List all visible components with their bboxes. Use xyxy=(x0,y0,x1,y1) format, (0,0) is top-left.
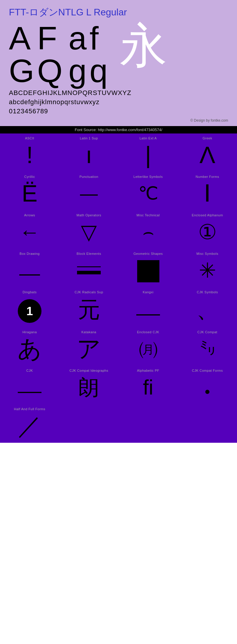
label-ascii: ASCII xyxy=(25,136,34,140)
latin-small-chars: a f g q xyxy=(68,22,108,87)
label-blockelements: Block Elements xyxy=(77,252,101,255)
cell-arrows: Arrows ← xyxy=(0,210,59,249)
lowercase-alphabet: abcdefghijklmnopqrstuvwxyz xyxy=(9,98,228,107)
cell-cjk-compat-ideo: CJK Compat Ideographs 朗 xyxy=(59,366,118,404)
label-halffull: Half And Full Forms xyxy=(14,407,45,411)
char-cjk xyxy=(18,375,41,400)
header-section: FTT-ロダンNTLG L Regular A F G Q a f g q 永 … xyxy=(0,0,237,126)
cell-cjk: CJK xyxy=(0,366,59,404)
char-dingbats: 1 xyxy=(18,296,41,323)
char-misctech: ⌢ xyxy=(142,219,154,244)
char-cjkcompatforms xyxy=(205,375,209,400)
cell-dingbats: Dingbats 1 xyxy=(0,287,59,327)
label-boxdrawing: Box Drawing xyxy=(20,252,40,255)
cell-alphabeticpf: Alphabetic PF ﬁ xyxy=(118,366,178,404)
cjk-large-char: 永 xyxy=(120,22,167,69)
cell-greek: Greek Λ xyxy=(178,133,237,172)
main-section: ASCII ! Latin 1 Sup ı Latin Ext A | Gree… xyxy=(0,133,237,443)
char-cjk-compat-ideo: 朗 xyxy=(79,375,99,400)
char-Q: Q xyxy=(37,54,63,87)
font-source-bar: Font Source: http://www.fontke.com/font/… xyxy=(0,126,237,133)
char-geoshapes xyxy=(137,258,159,283)
cell-latin1sup: Latin 1 Sup ı xyxy=(59,133,118,172)
char-enclosed-alpha: ① xyxy=(198,219,217,244)
label-geoshapes: Geometric Shapes xyxy=(133,252,163,255)
alphabet-section: ABCDEFGHIJKLMNOPQRSTUVWXYZ abcdefghijklm… xyxy=(9,88,228,117)
cell-geoshapes: Geometric Shapes xyxy=(118,249,178,287)
cell-cjkcompatforms: CJK Compat Forms xyxy=(178,366,237,404)
label-enclosedcjk: Enclosed CJK xyxy=(137,330,159,334)
char-mathop: ▽ xyxy=(81,219,97,244)
cell-kangxi: Kangxi xyxy=(118,287,178,327)
char-ascii: ! xyxy=(26,142,33,168)
cell-enclosedcjk: Enclosed CJK ㈪ xyxy=(118,327,178,366)
char-katakana: ア xyxy=(77,336,101,361)
char-miscsymbols: ✳ xyxy=(199,258,216,283)
copyright: © Design by fontke.com xyxy=(9,117,228,123)
label-mathop: Math Operators xyxy=(76,213,101,217)
char-cjkradical: 元 xyxy=(78,296,100,323)
label-cyrillic: Cyrillic xyxy=(24,175,35,178)
label-letterlike: Letterlike Symbols xyxy=(134,175,163,178)
cell-katakana: Katakana ア xyxy=(59,327,118,366)
latin-large-chars: A F G Q xyxy=(9,22,63,87)
char-letterlike: ℃ xyxy=(138,181,158,206)
cell-misctech: Misc Technical ⌢ xyxy=(118,210,178,249)
label-enclosed-alpha: Enclosed Alphanum xyxy=(192,213,223,217)
label-alphabeticpf: Alphabetic PF xyxy=(137,369,159,372)
cell-numberforms: Number Forms Ⅰ xyxy=(178,172,237,210)
char-enclosedcjk: ㈪ xyxy=(139,336,158,361)
char-cjksym: 、 xyxy=(196,296,219,323)
cell-boxdrawing: Box Drawing xyxy=(0,249,59,287)
char-numberforms: Ⅰ xyxy=(204,181,211,206)
char-F: F xyxy=(37,22,63,54)
cell-letterlike: Letterlike Symbols ℃ xyxy=(118,172,178,210)
character-grid: ASCII ! Latin 1 Sup ı Latin Ext A | Gree… xyxy=(0,133,237,443)
char-hiragana: あ xyxy=(17,336,42,361)
label-miscsymbols: Misc Symbols xyxy=(196,252,218,255)
large-chars-display: A F G Q a f g q 永 xyxy=(9,22,228,87)
char-greek: Λ xyxy=(199,142,215,168)
char-boxdrawing xyxy=(19,258,40,283)
label-cjk: CJK xyxy=(26,369,33,372)
cell-cjksym: CJK Symbols 、 xyxy=(178,287,237,327)
cell-cjkcompat: CJK Compat ㍉ xyxy=(178,327,237,366)
cell-mathop: Math Operators ▽ xyxy=(59,210,118,249)
char-G: G xyxy=(9,54,34,87)
char-q: q xyxy=(89,54,108,87)
label-arrows: Arrows xyxy=(24,213,35,217)
cell-ascii: ASCII ! xyxy=(0,133,59,172)
cell-blockelements: Block Elements xyxy=(59,249,118,287)
char-a: a xyxy=(68,22,87,54)
label-numberforms: Number Forms xyxy=(196,175,219,178)
label-cjkradical: CJK Radicals Sup xyxy=(75,290,103,294)
cell-empty-1 xyxy=(59,404,118,443)
label-cjksym: CJK Symbols xyxy=(197,290,218,294)
label-greek: Greek xyxy=(203,136,212,140)
label-misctech: Misc Technical xyxy=(137,213,160,217)
cell-cjkradical: CJK Radicals Sup 元 xyxy=(59,287,118,327)
cell-miscsymbols: Misc Symbols ✳ xyxy=(178,249,237,287)
char-cjkcompat: ㍉ xyxy=(199,336,216,361)
cell-hiragana: Hiragana あ xyxy=(0,327,59,366)
label-cjk-compat-ideo: CJK Compat Ideographs xyxy=(70,369,108,372)
cell-halffull: Half And Full Forms ／ xyxy=(0,404,59,443)
digits: 0123456789 xyxy=(9,107,228,116)
char-g: g xyxy=(68,54,87,87)
char-kangxi xyxy=(136,296,160,323)
label-punctuation: Punctuation xyxy=(79,175,98,178)
label-latinexta: Latin Ext A xyxy=(140,136,157,140)
cell-enclosed-alpha: Enclosed Alphanum ① xyxy=(178,210,237,249)
uppercase-alphabet: ABCDEFGHIJKLMNOPQRSTUVWXYZ xyxy=(9,88,228,98)
char-alphabeticpf: ﬁ xyxy=(143,375,153,400)
label-katakana: Katakana xyxy=(81,330,96,334)
label-latin1sup: Latin 1 Sup xyxy=(80,136,98,140)
label-dingbats: Dingbats xyxy=(23,290,36,294)
char-punctuation: — xyxy=(80,181,98,206)
char-A: A xyxy=(9,22,34,54)
char-arrows: ← xyxy=(19,219,40,244)
char-f: f xyxy=(89,22,108,54)
cell-empty-2 xyxy=(118,404,178,443)
char-cyrillic: Ё xyxy=(22,181,37,206)
label-cjkcompatforms: CJK Compat Forms xyxy=(192,369,223,372)
